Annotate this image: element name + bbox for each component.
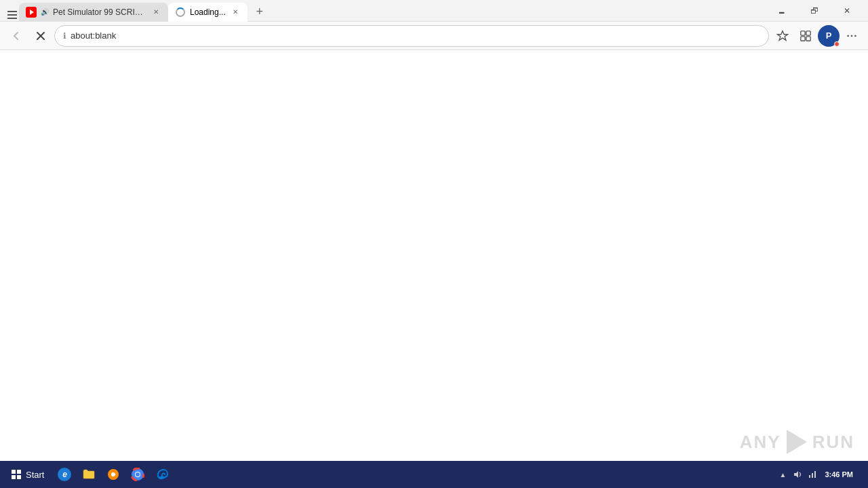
minimize-button[interactable]: 🗕 — [766, 0, 797, 22]
taskbar-explorer-icon[interactable] — [78, 464, 100, 485]
taskbar-edge-icon[interactable] — [151, 464, 173, 485]
title-bar: 🔊 Pet Simulator 99 SCRIPT | D... ✕ Loadi… — [0, 0, 868, 22]
svg-rect-24 — [812, 473, 813, 478]
svg-point-9 — [847, 35, 849, 37]
taskbar-chrome-icon[interactable] — [127, 464, 149, 485]
svg-rect-0 — [7, 11, 17, 12]
tab-youtube[interactable]: 🔊 Pet Simulator 99 SCRIPT | D... ✕ — [19, 3, 168, 22]
sidebar-toggle-icon[interactable] — [5, 8, 19, 22]
window-controls: 🗕 🗗 ✕ — [766, 0, 863, 22]
anyrun-play-icon — [787, 430, 807, 454]
start-label: Start — [26, 470, 44, 480]
network-icon[interactable] — [806, 468, 819, 481]
close-button[interactable]: ✕ — [831, 0, 863, 22]
tab-youtube-close[interactable]: ✕ — [151, 7, 161, 18]
tab-loading[interactable]: Loading... ✕ — [168, 3, 248, 22]
svg-rect-15 — [17, 475, 21, 479]
svg-rect-2 — [7, 18, 17, 19]
profile-notification-dot — [834, 41, 840, 47]
nav-bar: ℹ about:blank P — [0, 22, 868, 50]
taskbar: Start e ▲ — [0, 461, 868, 488]
anyrun-text-any: ANY — [740, 432, 781, 453]
system-clock[interactable]: 3:46 PM — [821, 470, 857, 479]
show-hidden-icons-button[interactable]: ▲ — [776, 468, 789, 481]
volume-icon[interactable] — [791, 468, 804, 481]
taskbar-ie-icon[interactable]: e — [54, 464, 75, 485]
info-icon: ℹ — [63, 31, 66, 41]
show-desktop-button[interactable] — [859, 462, 864, 487]
collections-button[interactable] — [795, 25, 816, 47]
maximize-button[interactable]: 🗗 — [799, 0, 830, 22]
address-bar[interactable]: ℹ about:blank — [54, 25, 769, 47]
svg-rect-25 — [814, 471, 816, 478]
address-text: about:blank — [71, 30, 760, 41]
toolbar-actions: P — [772, 25, 863, 47]
stop-button[interactable] — [30, 25, 52, 47]
taskbar-media-icon[interactable] — [102, 464, 124, 485]
loading-spinner-icon — [175, 7, 186, 18]
start-button[interactable]: Start — [4, 462, 51, 487]
page-content — [0, 50, 868, 461]
svg-rect-6 — [806, 30, 810, 35]
audio-icon: 🔊 — [41, 8, 49, 16]
anyrun-text-run: RUN — [812, 432, 854, 453]
svg-rect-7 — [801, 36, 805, 40]
anyrun-watermark: ANY RUN — [740, 430, 854, 454]
svg-rect-5 — [801, 30, 805, 35]
more-button[interactable] — [841, 25, 863, 47]
profile-button[interactable]: P — [818, 25, 840, 47]
svg-rect-1 — [7, 14, 17, 16]
ie-browser-icon: e — [58, 468, 71, 481]
tab-loading-title: Loading... — [190, 7, 226, 17]
tab-bar: 🔊 Pet Simulator 99 SCRIPT | D... ✕ Loadi… — [5, 0, 766, 22]
system-tray: ▲ 3:46 PM — [776, 462, 864, 487]
svg-rect-13 — [17, 470, 21, 474]
tab-youtube-title: Pet Simulator 99 SCRIPT | D... — [53, 7, 146, 17]
svg-rect-12 — [12, 470, 16, 474]
back-button[interactable] — [5, 25, 27, 47]
youtube-favicon-icon — [26, 7, 37, 18]
svg-rect-8 — [806, 36, 810, 40]
new-tab-button[interactable]: + — [250, 3, 269, 22]
svg-point-11 — [854, 35, 856, 37]
tab-loading-close[interactable]: ✕ — [230, 7, 241, 18]
svg-point-22 — [136, 472, 140, 476]
svg-point-10 — [851, 35, 853, 37]
svg-rect-14 — [12, 475, 16, 479]
clock-time: 3:46 PM — [825, 470, 853, 479]
profile-initial: P — [826, 30, 832, 41]
favorite-button[interactable] — [772, 25, 793, 47]
svg-rect-23 — [809, 475, 810, 478]
